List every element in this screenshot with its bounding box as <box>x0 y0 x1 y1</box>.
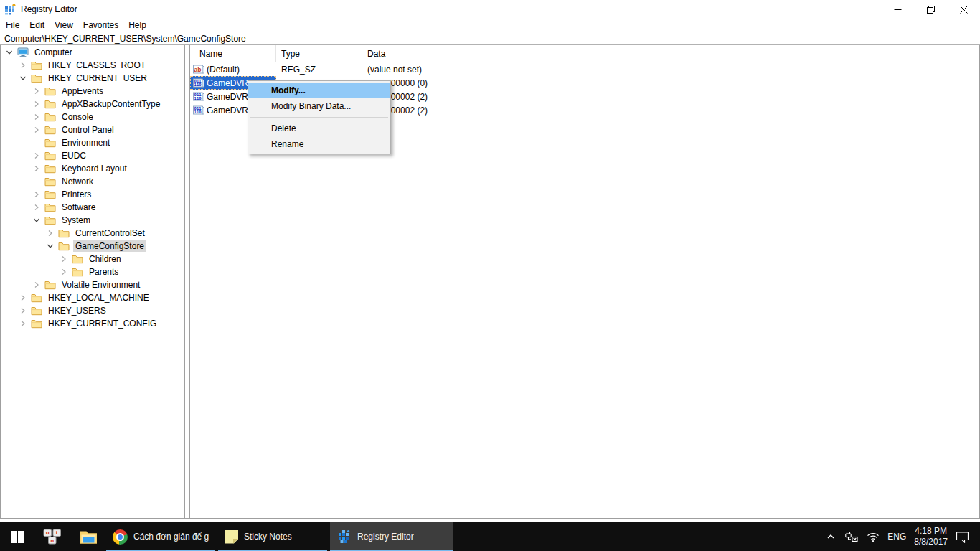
taskbar-button-label: Cách đơn giản để g... <box>133 532 209 542</box>
system-tray: ENG 4:18 PM 8/8/2017 <box>826 522 980 551</box>
tree-item-system[interactable]: System <box>1 214 184 227</box>
tree-item-volatile-environment[interactable]: Volatile Environment <box>1 278 184 291</box>
registry-key-icon <box>44 86 56 96</box>
chevron-expanded-icon[interactable] <box>31 215 42 226</box>
tree-item-hkey-current-user[interactable]: HKEY_CURRENT_USER <box>1 72 184 85</box>
registry-key-icon <box>72 267 83 277</box>
chevron-collapsed-icon[interactable] <box>31 98 42 110</box>
registry-key-icon <box>31 306 42 316</box>
context-menu-item-modify-binary-data[interactable]: Modify Binary Data... <box>248 98 390 114</box>
action-center-icon[interactable] <box>956 531 969 543</box>
chevron-expanded-icon[interactable] <box>17 72 29 84</box>
menu-file[interactable]: File <box>1 20 24 30</box>
context-menu-item-delete[interactable]: Delete <box>248 121 390 136</box>
tree-item-label: HKEY_CURRENT_USER <box>46 72 149 84</box>
chevron-collapsed-icon[interactable] <box>31 163 42 174</box>
tree-item-hkey-users[interactable]: HKEY_USERS <box>1 304 184 317</box>
chevron-collapsed-icon[interactable] <box>31 202 42 213</box>
menu-separator <box>250 117 388 118</box>
taskbar-button-registry-editor[interactable]: Registry Editor <box>330 522 453 551</box>
registry-key-icon <box>44 280 56 290</box>
chevron-collapsed-icon[interactable] <box>58 253 70 265</box>
tree-item-network[interactable]: Network <box>1 175 184 188</box>
menu-bar: FileEditViewFavoritesHelp <box>0 19 980 32</box>
tree-item-label: Network <box>60 176 95 187</box>
registry-key-icon <box>44 202 56 212</box>
chevron-collapsed-icon[interactable] <box>58 266 70 278</box>
tree-item-hkey-current-config[interactable]: HKEY_CURRENT_CONFIG <box>1 317 184 330</box>
tree-item-parents[interactable]: Parents <box>1 265 184 278</box>
context-menu-item-modify[interactable]: Modify... <box>248 83 390 98</box>
chevron-collapsed-icon[interactable] <box>31 124 42 136</box>
registry-key-icon <box>44 189 56 199</box>
chevron-collapsed-icon[interactable] <box>17 318 29 329</box>
value-row[interactable]: ab(Default)REG_SZ(value not set) <box>190 62 979 76</box>
menu-edit[interactable]: Edit <box>24 20 50 30</box>
tree-item-label: GameConfigStore <box>73 240 146 252</box>
chevron-collapsed-icon[interactable] <box>31 150 42 161</box>
taskbar-file-explorer-button[interactable] <box>70 522 106 551</box>
tree-item-gameconfigstore[interactable]: GameConfigStore <box>1 240 184 253</box>
tree-item-environment[interactable]: Environment <box>1 136 184 149</box>
chevron-up-icon[interactable] <box>826 532 836 542</box>
column-header-data[interactable]: Data <box>362 45 567 62</box>
chevron-collapsed-icon[interactable] <box>17 60 29 71</box>
language-indicator[interactable]: ENG <box>887 532 906 542</box>
tree-item-label: Software <box>60 202 98 213</box>
start-button[interactable] <box>0 522 34 551</box>
tree-item-currentcontrolset[interactable]: CurrentControlSet <box>1 227 184 240</box>
context-menu-item-rename[interactable]: Rename <box>248 136 390 152</box>
power-plug-icon[interactable] <box>844 531 859 542</box>
close-button[interactable] <box>947 0 980 19</box>
chevron-collapsed-icon[interactable] <box>31 85 42 97</box>
chevron-expanded-icon[interactable] <box>4 47 15 58</box>
chevron-collapsed-icon[interactable] <box>44 227 56 239</box>
registry-tree-pane: ComputerHKEY_CLASSES_ROOTHKEY_CURRENT_US… <box>0 45 185 518</box>
tree-item-children[interactable]: Children <box>1 253 184 265</box>
svg-text:u: u <box>45 529 49 536</box>
column-header-type[interactable]: Type <box>276 45 362 62</box>
registry-key-icon <box>44 112 56 122</box>
chevron-collapsed-icon[interactable] <box>17 305 29 316</box>
windows-logo-icon <box>11 531 24 543</box>
taskbar-button-label: Registry Editor <box>357 532 414 542</box>
taskbar-button-c-ch-n-gi-n-g[interactable]: Cách đơn giản để g... <box>106 522 215 551</box>
tree-item-hkey-classes-root[interactable]: HKEY_CLASSES_ROOT <box>1 59 184 72</box>
restore-button[interactable] <box>914 0 947 19</box>
svg-text:110: 110 <box>194 110 202 114</box>
svg-text:110: 110 <box>194 83 202 87</box>
tree-item-label: HKEY_CLASSES_ROOT <box>46 60 148 71</box>
tree-item-console[interactable]: Console <box>1 110 184 123</box>
wifi-icon[interactable] <box>867 532 880 542</box>
taskbar-app-buttons: Cách đơn giản để g...Sticky NotesRegistr… <box>106 522 456 551</box>
menu-favorites[interactable]: Favorites <box>78 20 123 30</box>
tree-item-appxbackupcontenttype[interactable]: AppXBackupContentType <box>1 98 184 110</box>
chevron-collapsed-icon[interactable] <box>17 292 29 303</box>
chevron-collapsed-icon[interactable] <box>31 279 42 291</box>
tree-item-computer[interactable]: Computer <box>1 46 184 59</box>
address-bar[interactable]: Computer\HKEY_CURRENT_USER\System\GameCo… <box>0 32 980 45</box>
value-name-cell: ab(Default) <box>190 62 276 76</box>
tree-item-software[interactable]: Software <box>1 201 184 214</box>
tree-item-label: Computer <box>32 47 75 58</box>
tree-item-printers[interactable]: Printers <box>1 188 184 201</box>
tree-item-label: System <box>60 215 93 226</box>
menu-help[interactable]: Help <box>123 20 151 30</box>
chevron-collapsed-icon[interactable] <box>31 189 42 200</box>
tree-item-hkey-local-machine[interactable]: HKEY_LOCAL_MACHINE <box>1 291 184 304</box>
tree-item-label: Volatile Environment <box>60 279 142 291</box>
tree-item-appevents[interactable]: AppEvents <box>1 85 184 98</box>
minimize-button[interactable] <box>881 0 914 19</box>
menu-view[interactable]: View <box>50 20 78 30</box>
taskbar-button-sticky-notes[interactable]: Sticky Notes <box>218 522 327 551</box>
clock[interactable]: 4:18 PM 8/8/2017 <box>914 526 948 547</box>
chevron-collapsed-icon[interactable] <box>31 111 42 123</box>
tree-item-eudc[interactable]: EUDC <box>1 149 184 162</box>
column-header-name[interactable]: Name <box>190 45 276 62</box>
taskbar-unikey-button[interactable]: uin <box>34 522 70 551</box>
tree-item-label: Parents <box>87 266 121 278</box>
tree-item-keyboard-layout[interactable]: Keyboard Layout <box>1 162 184 175</box>
registry-key-icon <box>58 241 70 251</box>
chevron-expanded-icon[interactable] <box>44 240 56 252</box>
tree-item-control-panel[interactable]: Control Panel <box>1 123 184 136</box>
